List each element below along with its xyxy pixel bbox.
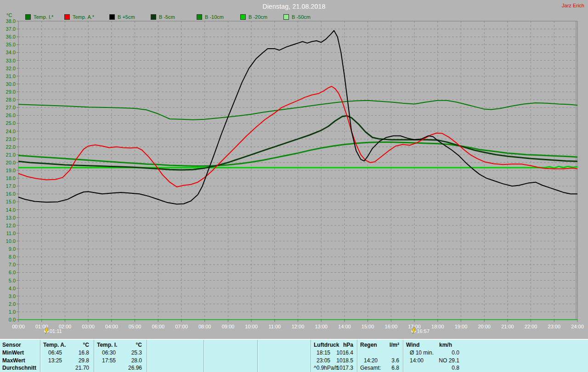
regen-column: Regen l/m² 14:20 3.6 Gesamt: 6.8 bbox=[357, 340, 403, 372]
luftdruck-r2-time: 23:05 bbox=[317, 357, 330, 364]
temp-i-avg-value: 26.96 bbox=[128, 365, 142, 371]
svg-text:25.0: 25.0 bbox=[6, 120, 16, 126]
svg-text:21:00: 21:00 bbox=[501, 324, 514, 329]
svg-text:0.0: 0.0 bbox=[9, 317, 16, 322]
svg-text:24:00: 24:00 bbox=[571, 324, 584, 329]
y-axis-labels: 0.01.02.03.04.05.06.07.08.09.010.011.012… bbox=[6, 18, 16, 322]
svg-text:16.0: 16.0 bbox=[6, 191, 16, 197]
temp-a-unit: °C bbox=[83, 342, 89, 348]
temp-a-column: Temp. A. °C 06:45 16.8 13:25 29.8 21.70 bbox=[40, 340, 94, 372]
svg-text:19:00: 19:00 bbox=[455, 324, 468, 329]
temp-i-min-value: 25.3 bbox=[131, 349, 142, 356]
svg-text:27.0: 27.0 bbox=[6, 105, 16, 110]
regen-unit: l/m² bbox=[390, 342, 399, 348]
svg-text:36.0: 36.0 bbox=[6, 34, 16, 39]
luftdruck-unit: hPa bbox=[343, 342, 353, 348]
regen-time: 14:20 bbox=[364, 357, 378, 364]
svg-text:10.0: 10.0 bbox=[6, 238, 16, 244]
temp-i-header: Temp. I. bbox=[97, 342, 117, 348]
svg-text:12:00: 12:00 bbox=[292, 324, 305, 329]
svg-text:16:00: 16:00 bbox=[385, 324, 398, 329]
stats-label-maxwert: MaxWert bbox=[2, 357, 25, 364]
table-divider bbox=[147, 340, 147, 372]
wind-avg10-label: Ø 10 min. bbox=[410, 349, 434, 356]
svg-text:13.0: 13.0 bbox=[6, 215, 16, 220]
wind-avg10-value: 0.0 bbox=[452, 349, 459, 356]
svg-text:24.0: 24.0 bbox=[6, 129, 16, 134]
svg-text:00:00: 00:00 bbox=[12, 324, 25, 329]
svg-text:21.0: 21.0 bbox=[6, 152, 16, 158]
svg-text:30.0: 30.0 bbox=[6, 81, 16, 87]
temp-i-column: Temp. I. °C 06:30 25.3 17:55 28.0 26.96 bbox=[94, 340, 147, 372]
temp-i-min-time: 06:30 bbox=[102, 349, 116, 356]
svg-text:01:11: 01:11 bbox=[50, 328, 62, 334]
luftdruck-header: Luftdruck bbox=[314, 342, 339, 348]
event-marker-lightning-icon: 01:11 bbox=[44, 328, 62, 334]
temp-i-unit: °C bbox=[136, 342, 142, 348]
svg-text:07:00: 07:00 bbox=[175, 324, 188, 329]
regen-gesamt-label: Gesamt: bbox=[360, 365, 381, 371]
x-axis-labels: 00:0001:0002:0003:0004:0005:0006:0007:00… bbox=[12, 324, 584, 329]
svg-text:7.0: 7.0 bbox=[9, 262, 16, 267]
svg-text:22.0: 22.0 bbox=[6, 144, 16, 150]
luftdruck-trend: ^0.9hPa/h bbox=[314, 365, 339, 371]
svg-text:32.0: 32.0 bbox=[6, 66, 16, 71]
statistics-table: Sensor MinWert MaxWert Durchschnitt Temp… bbox=[0, 339, 588, 372]
svg-text:03:00: 03:00 bbox=[82, 324, 95, 329]
svg-text:23:00: 23:00 bbox=[548, 324, 561, 329]
regen-header: Regen bbox=[360, 342, 377, 348]
temp-a-avg-value: 21.70 bbox=[75, 365, 89, 371]
wind-column: Wind km/h Ø 10 min. 0.0 14:00 NO 29.1 0.… bbox=[403, 340, 465, 372]
svg-text:14:00: 14:00 bbox=[338, 324, 351, 329]
svg-text:09:00: 09:00 bbox=[222, 324, 235, 329]
luftdruck-r2-value: 1018.5 bbox=[336, 357, 353, 364]
table-divider bbox=[257, 340, 258, 372]
regen-gesamt-value: 6.8 bbox=[391, 365, 399, 371]
wind-max-time: 14:00 bbox=[410, 357, 424, 364]
svg-text:16:57: 16:57 bbox=[417, 328, 430, 334]
svg-text:18.0: 18.0 bbox=[6, 175, 16, 181]
svg-text:05:00: 05:00 bbox=[129, 324, 141, 329]
svg-text:14.0: 14.0 bbox=[6, 207, 16, 213]
wind-unit: km/h bbox=[439, 342, 452, 348]
svg-text:4.0: 4.0 bbox=[9, 286, 16, 291]
svg-text:06:00: 06:00 bbox=[152, 324, 165, 329]
temp-a-max-value: 29.8 bbox=[79, 357, 89, 364]
luftdruck-r1-time: 18:15 bbox=[317, 349, 330, 356]
svg-text:23.0: 23.0 bbox=[6, 136, 16, 142]
svg-text:15.0: 15.0 bbox=[6, 199, 16, 204]
weather-station-screen: { "header": { "date_label": "Dienstag, 2… bbox=[0, 0, 588, 372]
svg-text:11:00: 11:00 bbox=[268, 324, 281, 329]
temperature-chart: 0.01.02.03.04.05.06.07.08.09.010.011.012… bbox=[0, 0, 588, 339]
wind-max-value: NO 29.1 bbox=[439, 357, 459, 364]
svg-text:29.0: 29.0 bbox=[6, 89, 16, 95]
svg-text:38.0: 38.0 bbox=[6, 18, 16, 24]
svg-text:15:00: 15:00 bbox=[362, 324, 374, 329]
svg-text:9.0: 9.0 bbox=[9, 246, 16, 252]
svg-text:28.0: 28.0 bbox=[6, 97, 16, 102]
luftdruck-column: Luftdruck hPa 18:15 1016.4 23:05 1018.5 … bbox=[311, 340, 357, 372]
temp-a-min-value: 16.8 bbox=[79, 349, 89, 356]
svg-text:17.0: 17.0 bbox=[6, 183, 16, 189]
svg-text:13:00: 13:00 bbox=[315, 324, 328, 329]
svg-text:2.0: 2.0 bbox=[9, 301, 16, 307]
svg-text:04:00: 04:00 bbox=[105, 324, 118, 329]
stats-label-durchschnitt: Durchschnitt bbox=[2, 365, 36, 371]
svg-text:19.0: 19.0 bbox=[6, 168, 16, 173]
luftdruck-r1-value: 1016.4 bbox=[336, 349, 353, 356]
svg-text:1.0: 1.0 bbox=[9, 309, 16, 315]
svg-text:8.0: 8.0 bbox=[9, 254, 16, 259]
regen-value: 3.6 bbox=[391, 357, 399, 364]
svg-text:08:00: 08:00 bbox=[198, 324, 211, 329]
table-divider bbox=[204, 340, 204, 372]
svg-text:37.0: 37.0 bbox=[6, 26, 16, 32]
svg-text:12.0: 12.0 bbox=[6, 223, 16, 228]
temp-a-min-time: 06:45 bbox=[48, 349, 62, 356]
wind-avg-value: 0.8 bbox=[452, 365, 459, 371]
svg-text:34.0: 34.0 bbox=[6, 50, 16, 55]
grid bbox=[17, 21, 577, 322]
svg-text:10:00: 10:00 bbox=[245, 324, 258, 329]
svg-text:22:00: 22:00 bbox=[525, 324, 537, 329]
stats-label-minwert: MinWert bbox=[2, 349, 24, 356]
temp-a-max-time: 13:25 bbox=[48, 357, 62, 364]
